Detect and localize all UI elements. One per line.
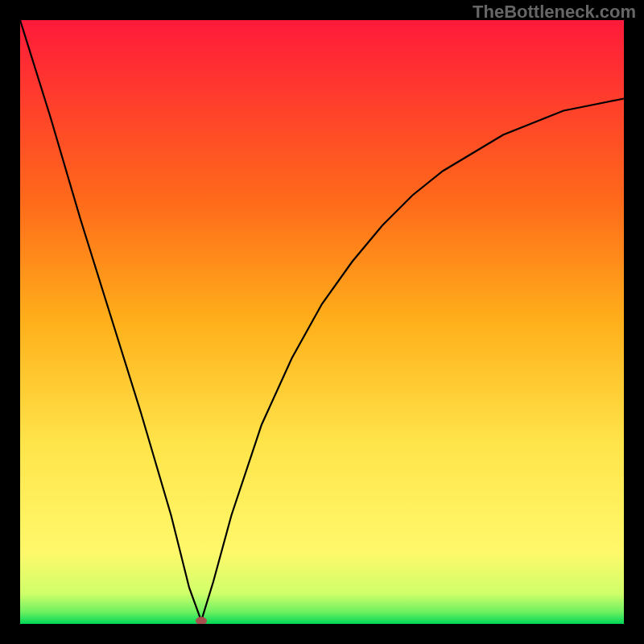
gradient-background (20, 20, 624, 624)
watermark-text: TheBottleneck.com (473, 2, 636, 23)
bottleneck-chart (20, 20, 624, 624)
chart-frame: TheBottleneck.com (0, 0, 644, 644)
